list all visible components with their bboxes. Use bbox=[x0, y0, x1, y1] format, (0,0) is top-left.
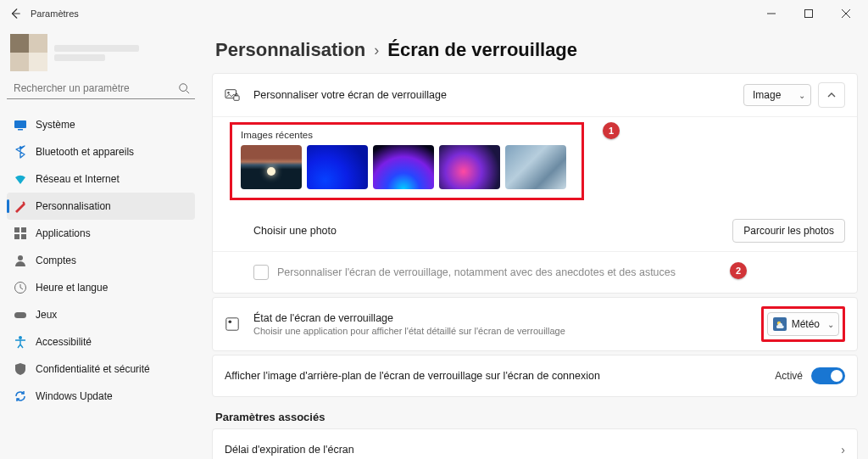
breadcrumb: Personnalisation › Écran de verrouillage bbox=[212, 32, 858, 73]
svg-point-1 bbox=[180, 84, 187, 92]
lock-status-app-select[interactable]: Météo ⌄ bbox=[767, 312, 839, 336]
background-type-select[interactable]: Image ⌄ bbox=[743, 84, 811, 106]
sidebar-item-privacy[interactable]: Confidentialité et sécurité bbox=[7, 355, 195, 383]
recent-image-1[interactable] bbox=[241, 145, 302, 189]
sidebar-item-system[interactable]: Système bbox=[7, 111, 195, 138]
profile-email-redacted bbox=[54, 54, 105, 61]
lock-status-card: État de l'écran de verrouillage Choisir … bbox=[212, 297, 858, 351]
profile-text bbox=[54, 42, 139, 64]
system-icon bbox=[14, 118, 27, 132]
tips-checkbox bbox=[253, 265, 269, 280]
svg-rect-14 bbox=[234, 96, 239, 100]
sidebar: Système Bluetooth et appareils Réseau et… bbox=[0, 27, 202, 459]
recent-images-title: Images récentes bbox=[241, 130, 573, 140]
time-language-icon bbox=[14, 281, 27, 294]
back-button[interactable] bbox=[3, 2, 27, 25]
sidebar-item-accounts[interactable]: Comptes bbox=[7, 247, 195, 274]
screen-timeout-row[interactable]: Délai d'expiration de l'écran › bbox=[213, 429, 857, 459]
collapse-button[interactable] bbox=[818, 82, 845, 108]
personalization-icon bbox=[14, 199, 27, 213]
sidebar-item-label: Accessibilité bbox=[36, 336, 92, 348]
profile-name-redacted bbox=[54, 45, 139, 52]
svg-rect-15 bbox=[226, 318, 238, 330]
apps-icon bbox=[14, 227, 27, 240]
sidebar-item-time-language[interactable]: Heure et langue bbox=[7, 274, 195, 301]
accessibility-icon bbox=[14, 335, 27, 349]
svg-point-13 bbox=[227, 92, 229, 93]
signin-bg-title: Afficher l'image d'arrière-plan de l'écr… bbox=[225, 370, 600, 382]
choose-photo-label: Choisir une photo bbox=[253, 225, 337, 237]
lock-status-subtitle: Choisir une application pour afficher l'… bbox=[253, 326, 565, 336]
sidebar-item-gaming[interactable]: Jeux bbox=[7, 301, 195, 328]
sidebar-item-bluetooth[interactable]: Bluetooth et appareils bbox=[7, 138, 195, 165]
choose-photo-row: Choisir une photo Parcourir les photos bbox=[213, 210, 857, 252]
nav-list: Système Bluetooth et appareils Réseau et… bbox=[7, 111, 195, 410]
sidebar-item-label: Personnalisation bbox=[36, 200, 111, 212]
select-value: Image bbox=[753, 89, 781, 101]
maximize-button[interactable] bbox=[790, 2, 827, 25]
svg-point-16 bbox=[229, 321, 232, 324]
status-icon bbox=[225, 316, 242, 332]
personalize-row[interactable]: Personnaliser votre écran de verrouillag… bbox=[213, 74, 857, 117]
search-input[interactable] bbox=[12, 81, 178, 95]
bluetooth-icon bbox=[14, 145, 27, 159]
sidebar-item-apps[interactable]: Applications bbox=[7, 220, 195, 247]
svg-point-11 bbox=[19, 336, 22, 339]
avatar bbox=[10, 34, 47, 71]
minimize-button[interactable] bbox=[753, 2, 790, 25]
screen-timeout-title: Délai d'expiration de l'écran bbox=[225, 444, 354, 456]
recent-image-3[interactable] bbox=[373, 145, 434, 189]
sidebar-item-personalization[interactable]: Personnalisation bbox=[7, 193, 195, 220]
body: Système Bluetooth et appareils Réseau et… bbox=[0, 27, 868, 459]
content: Personnalisation › Écran de verrouillage… bbox=[202, 27, 868, 459]
svg-rect-0 bbox=[805, 10, 813, 18]
sidebar-item-accessibility[interactable]: Accessibilité bbox=[7, 328, 195, 355]
sidebar-item-label: Réseau et Internet bbox=[36, 173, 120, 185]
svg-rect-7 bbox=[21, 234, 26, 239]
accounts-icon bbox=[14, 254, 27, 267]
annotation-badge-2: 2 bbox=[730, 262, 747, 279]
recent-images-list bbox=[241, 145, 573, 189]
windows-update-icon bbox=[14, 389, 27, 403]
personalize-title: Personnaliser votre écran de verrouillag… bbox=[253, 89, 447, 101]
search-box[interactable] bbox=[7, 78, 195, 99]
recent-image-2[interactable] bbox=[307, 145, 368, 189]
sidebar-item-label: Comptes bbox=[36, 255, 76, 266]
signin-bg-toggle[interactable] bbox=[811, 367, 845, 384]
annotation-badge-1: 1 bbox=[603, 122, 620, 139]
sidebar-item-label: Système bbox=[36, 119, 75, 131]
signin-bg-row[interactable]: Afficher l'image d'arrière-plan de l'écr… bbox=[213, 355, 857, 396]
lock-status-row[interactable]: État de l'écran de verrouillage Choisir … bbox=[213, 298, 857, 350]
signin-bg-card: Afficher l'image d'arrière-plan de l'écr… bbox=[212, 355, 858, 397]
profile-block[interactable] bbox=[7, 32, 195, 73]
sidebar-item-label: Confidentialité et sécurité bbox=[36, 363, 150, 375]
browse-photos-button[interactable]: Parcourir les photos bbox=[732, 219, 845, 243]
picture-lock-icon bbox=[225, 87, 242, 103]
window-buttons bbox=[753, 2, 865, 25]
sidebar-item-label: Windows Update bbox=[36, 390, 113, 402]
privacy-icon bbox=[14, 362, 27, 376]
recent-images-highlight: Images récentes bbox=[230, 122, 584, 200]
sidebar-item-label: Heure et langue bbox=[36, 282, 108, 294]
chevron-right-icon: › bbox=[841, 443, 845, 456]
tips-checkbox-row: Personnaliser l'écran de verrouillage, n… bbox=[213, 252, 857, 293]
close-button[interactable] bbox=[827, 2, 865, 25]
chevron-down-icon: ⌄ bbox=[827, 320, 834, 329]
window-title: Paramètres bbox=[31, 8, 79, 19]
weather-app-icon bbox=[773, 317, 787, 331]
lock-status-select-highlight: Météo ⌄ bbox=[761, 306, 845, 342]
lock-status-title: État de l'écran de verrouillage bbox=[253, 312, 565, 324]
toggle-state-label: Activé bbox=[775, 370, 803, 382]
page-title: Écran de verrouillage bbox=[387, 39, 577, 61]
recent-image-4[interactable] bbox=[439, 145, 500, 189]
sidebar-item-label: Jeux bbox=[36, 309, 57, 321]
gaming-icon bbox=[14, 308, 27, 322]
screen-timeout-card: Délai d'expiration de l'écran › bbox=[212, 428, 858, 459]
svg-rect-4 bbox=[14, 227, 19, 232]
svg-rect-2 bbox=[14, 120, 26, 128]
breadcrumb-parent[interactable]: Personnalisation bbox=[215, 39, 365, 61]
sidebar-item-windows-update[interactable]: Windows Update bbox=[7, 383, 195, 410]
recent-image-5[interactable] bbox=[505, 145, 566, 189]
svg-rect-3 bbox=[18, 129, 23, 131]
sidebar-item-network[interactable]: Réseau et Internet bbox=[7, 165, 195, 193]
